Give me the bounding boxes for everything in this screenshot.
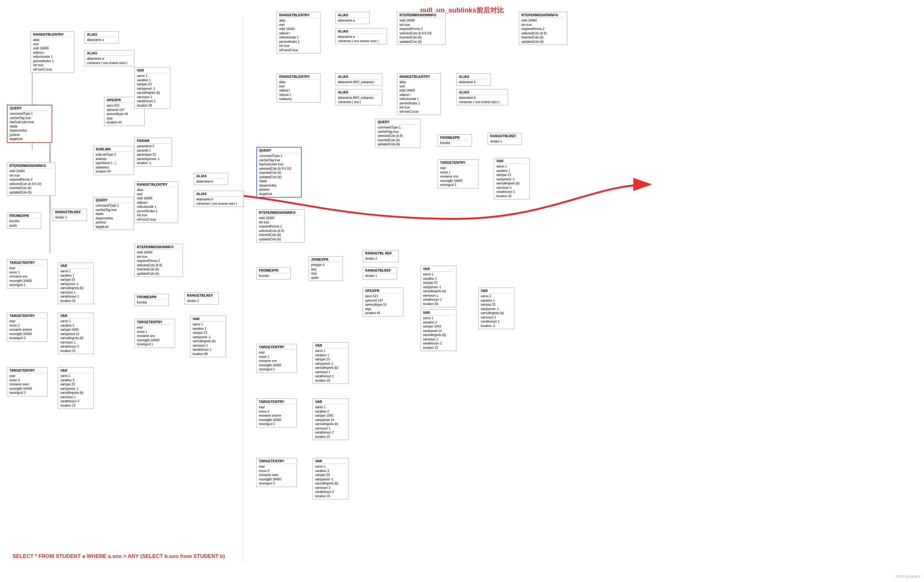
- left-fromexpr-sub: FROMEXPR fromlist: [134, 294, 169, 306]
- right-targetentry3: TARGETENTRY expr resno 3 resname ssex re…: [256, 458, 297, 487]
- left-query-main: QUERY commandType 1 canSetTag true hasSu…: [7, 105, 52, 143]
- bottom-sql: SELECT * FROM STUDENT a WHERE a.sno > AN…: [13, 553, 225, 576]
- left-targetentry1: TARGETENTRY expr resno 1 resname sno res…: [7, 259, 48, 289]
- right-joinexpr: JOINEXPR jointype 4 larg rarg quals: [309, 256, 343, 281]
- right-fromexpr-sub: FROMEXPR fromlist: [437, 134, 472, 147]
- right-targetentry2: TARGETENTRY expr resno 2 resname sname r…: [256, 399, 297, 428]
- right-var-opexpr3: VAR varno 2 varattno 1 vartype 23 vartyp…: [478, 288, 514, 329]
- right-rangetblentry3: RANGETBLENTRY alias eref relid 16400 rel…: [397, 73, 441, 115]
- left-targetentry2: TARGETENTRY expr resno 2 resname sname r…: [7, 313, 48, 341]
- page-title: pull_up_sublinks前后对比: [0, 0, 924, 18]
- left-fromexpr: FROMEXPR fromlist quals: [7, 213, 41, 229]
- left-alias1: ALIAS aliasname a: [84, 31, 119, 43]
- left-rangetblentry1: RANGETBLENTRY alias eref relid 16400 rel…: [31, 31, 74, 73]
- right-var-te2: VAR varno 1 varattno 2 vartype 1043 vart…: [313, 399, 348, 440]
- right-query-sub: QUERY commandType 1 canSetTag true selec…: [375, 119, 421, 148]
- right-alias-any2: ALIAS aliasname ANY_subquery colnames ( …: [335, 89, 382, 106]
- left-var-opexpr: VAR varno 1 varattno 1 vartype 23 vartyp…: [134, 67, 170, 109]
- left-var-sub-te: VAR varno 1 varattno 1 vartype 23 vartyp…: [190, 316, 226, 357]
- left-rangetblentry-sub: RANGETBLENTRY alias eref relid 16400 rel…: [134, 181, 178, 223]
- right-alias4: ALIAS aliasname b colnames ( sno sname s…: [456, 89, 508, 106]
- right-rtepermissioninfo-main: RTEPERMISSIONINFO relid 16400 inh true r…: [256, 209, 305, 242]
- divider: [242, 16, 243, 562]
- right-var-te3: VAR varno 1 varattno 3 vartype 23 vartyp…: [313, 458, 348, 500]
- watermark: CSDN @高校技术: [896, 574, 921, 579]
- left-rtepermissioninfo: RTEPERMISSIONINFO relid 16400 inh true r…: [7, 163, 55, 196]
- left-var-te1: VAR varno 1 varattno 1 vartype 23 vartyp…: [58, 262, 94, 304]
- right-rangetblref1: RANGETBL REF rtindex 2: [363, 250, 399, 262]
- left-alias2: ALIAS aliasname a colnames ( sno sname s…: [84, 50, 134, 66]
- right-targetentry-sub: TARGETENTRY expr resno 1 resname sno res…: [437, 160, 478, 188]
- left-rangetblref-sub: RANGETBLREF rtindex 1: [185, 292, 219, 305]
- right-var-sub: VAR varno 1 varattno 1 vartype 23 vartyp…: [494, 158, 530, 199]
- right-var-opexpr1: VAR varno 1 varattno 1 vartype 23 vartyp…: [421, 266, 456, 307]
- right-rangetblref-sub: RANGETBLREF rtindex 1: [488, 133, 522, 145]
- right-fromexpr: FROMEXPR fromlist: [256, 267, 291, 279]
- right-targetentry1: TARGETENTRY expr resno 1 resname sno res…: [256, 344, 297, 373]
- right-alias1: ALIAS aliasname a: [335, 12, 370, 24]
- right-opexpr: OPEXPR opno 521 opfuncid 147 opresulttyp…: [363, 288, 403, 317]
- right-alias-any: ALIAS aliasname ANY_subquery: [335, 73, 382, 86]
- left-param: PARAM paramkind 2 paramid 1 paramtype 23…: [134, 137, 172, 167]
- right-var-opexpr2: VAR varno 1 varattno 2 vartype 1043 vart…: [421, 310, 456, 351]
- right-rtepermissioninfo2: RTEPERMISSIONINFO relid 16400 inh true r…: [519, 12, 568, 45]
- left-rtepermissioninfo-sub: RTEPERMISSIONINFO relid 16400 inh true r…: [134, 244, 183, 277]
- left-alias-sub1: ALIAS aliasname b: [194, 173, 228, 185]
- left-rangetblref: RANGETBLREF rtindex 1: [53, 209, 87, 221]
- right-alias3: ALIAS aliasname b: [456, 73, 491, 86]
- right-rtepermissioninfo1: RTEPERMISSIONINFO relid 16400 inh true r…: [397, 12, 446, 45]
- left-alias-sub2: ALIAS aliasname b colnames ( sno sname s…: [194, 191, 244, 207]
- left-var-te2: VAR varno 1 varattno 2 vartype 1043 vart…: [58, 313, 94, 354]
- right-var-te1: VAR varno 1 varattno 1 vartype 23 vartyp…: [313, 342, 348, 384]
- left-targetentry3: TARGETENTRY expr resno 3 resname ssex re…: [7, 367, 48, 396]
- right-query-main: QUERY commandType 1 canSetTag true hasSu…: [256, 147, 302, 198]
- right-rangetblentry2: RANGETBLENTRY alias eref relkind r rteki…: [277, 73, 320, 102]
- right-rangetblentry1: RANGETBLENTRY alias eref relid 16400 rel…: [277, 12, 320, 53]
- right-rangetblref2: RANGETBLREF rtindex 1: [363, 267, 397, 279]
- left-query-sub: QUERY commandType 1 canSetTag true rtabl…: [93, 197, 134, 230]
- left-sublink: SUBLINK subLinkType 2 testexpr operName …: [93, 146, 134, 175]
- left-var-te3: VAR varno 1 varattno 3 vartype 23 vartyp…: [58, 367, 94, 409]
- right-alias2: ALIAS aliasname a colnames ( sno sname s…: [335, 28, 387, 45]
- left-targetentry-sub: TARGETENTRY expr resno 1 resname sno res…: [134, 319, 175, 348]
